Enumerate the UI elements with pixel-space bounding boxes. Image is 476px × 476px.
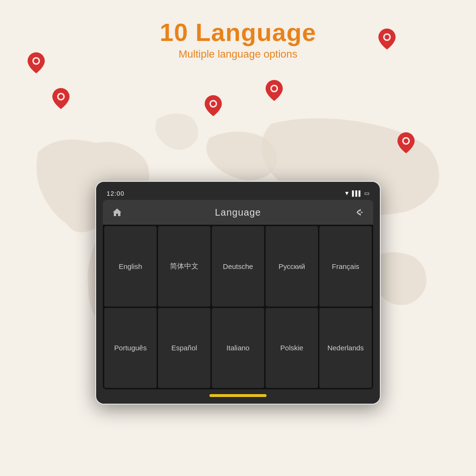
lang-chinese[interactable]: 简体中文 bbox=[158, 226, 210, 307]
lang-french[interactable]: Français bbox=[319, 226, 372, 307]
language-grid: English 简体中文 Deutsche Русский Français P… bbox=[103, 225, 373, 389]
lang-polish[interactable]: Polskie bbox=[266, 308, 318, 388]
lang-portuguese[interactable]: Português bbox=[104, 308, 157, 388]
lang-english[interactable]: English bbox=[104, 226, 157, 307]
lang-deutsche[interactable]: Deutsche bbox=[212, 226, 264, 307]
home-button[interactable] bbox=[108, 203, 127, 222]
map-pin-4 bbox=[205, 95, 222, 116]
bottom-indicator bbox=[209, 394, 267, 397]
header-section: 10 Language Multiple language options bbox=[0, 19, 476, 60]
device-screen: Language English 简体中文 Deutsche Русский F… bbox=[103, 200, 373, 389]
device-frame: 12:00 ▼ ▌▌▌ ▭ Language Engl bbox=[95, 181, 381, 405]
status-icons: ▼ ▌▌▌ ▭ bbox=[344, 190, 369, 197]
map-pin-3 bbox=[52, 88, 69, 109]
svg-point-5 bbox=[59, 94, 63, 99]
back-button[interactable] bbox=[349, 203, 368, 222]
screen-title: Language bbox=[127, 207, 349, 218]
status-time: 12:00 bbox=[107, 190, 125, 197]
svg-point-11 bbox=[404, 139, 408, 143]
bars-icon: ▌▌▌ bbox=[352, 190, 362, 196]
lang-dutch[interactable]: Nederlands bbox=[319, 308, 372, 388]
map-pin-5 bbox=[266, 80, 283, 101]
signal-icon: ▼ bbox=[344, 190, 350, 197]
battery-icon: ▭ bbox=[364, 190, 369, 197]
header-title: 10 Language bbox=[0, 19, 476, 46]
status-bar: 12:00 ▼ ▌▌▌ ▭ bbox=[103, 187, 373, 200]
svg-point-9 bbox=[272, 86, 277, 91]
svg-point-7 bbox=[211, 101, 216, 106]
lang-russian[interactable]: Русский bbox=[266, 226, 318, 307]
title-bar: Language bbox=[103, 200, 373, 225]
map-pin-6 bbox=[397, 132, 415, 153]
lang-italian[interactable]: Italiano bbox=[212, 308, 264, 388]
header-subtitle: Multiple language options bbox=[0, 48, 476, 60]
lang-spanish[interactable]: Español bbox=[158, 308, 210, 388]
